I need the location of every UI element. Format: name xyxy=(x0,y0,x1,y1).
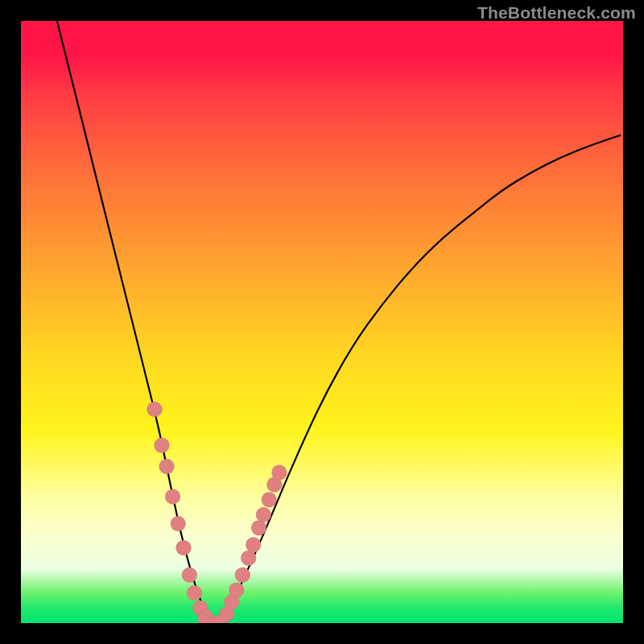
bottleneck-plot xyxy=(21,21,623,623)
highlight-dot xyxy=(187,585,202,601)
chart-area xyxy=(21,21,623,623)
highlight-dot xyxy=(256,507,271,522)
highlight-dots-right xyxy=(219,465,287,622)
highlight-dot xyxy=(262,492,277,507)
highlight-dot xyxy=(165,489,180,504)
watermark-label: TheBottleneck.com xyxy=(477,3,636,23)
highlight-dot xyxy=(147,402,163,417)
highlight-dot xyxy=(251,520,266,535)
highlight-dot xyxy=(271,465,287,481)
highlight-dot xyxy=(176,540,192,555)
highlight-dot xyxy=(235,568,250,583)
highlight-dots-left xyxy=(147,402,214,623)
highlight-dot xyxy=(182,568,197,583)
highlight-dot xyxy=(246,537,261,552)
highlight-dot xyxy=(155,438,170,453)
bottleneck-curve xyxy=(51,21,620,620)
highlight-dot xyxy=(229,582,244,597)
highlight-dot xyxy=(241,551,256,566)
highlight-dots-bottom xyxy=(197,613,229,623)
highlight-dot xyxy=(219,613,229,623)
highlight-dot xyxy=(159,459,175,474)
highlight-dot xyxy=(171,516,186,531)
